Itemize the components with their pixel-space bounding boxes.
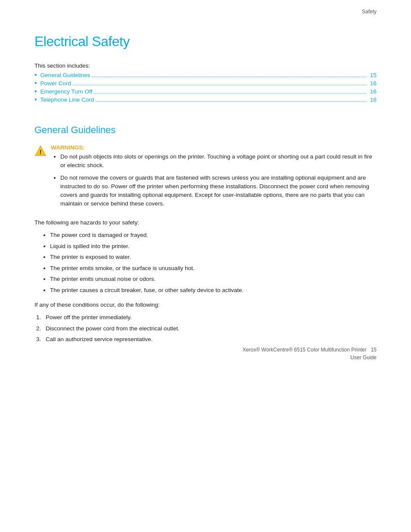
list-number: 3. <box>34 335 46 344</box>
toc-dots <box>92 77 366 77</box>
toc-page: 16 <box>368 80 377 87</box>
list-item: 2.Disconnect the power cord from the ele… <box>34 324 377 333</box>
toc-page: 16 <box>368 96 377 103</box>
toc-label: Telephone Line Cord <box>40 96 94 103</box>
list-item: The printer emits smoke, or the surface … <box>50 264 377 273</box>
list-item: Liquid is spilled into the printer. <box>50 242 377 251</box>
list-text: Disconnect the power cord from the elect… <box>46 324 180 333</box>
toc-bullet: • <box>34 72 37 78</box>
toc-bullet: • <box>34 96 37 103</box>
toc-item: • Telephone Line Cord 16 <box>34 96 377 103</box>
toc-intro: This section includes: <box>34 62 377 69</box>
toc-link[interactable]: Telephone Line Cord 16 <box>40 96 377 103</box>
footer-product: Xerox® WorkCentre® 6515 Color Multifunct… <box>243 347 367 353</box>
footer: Xerox® WorkCentre® 6515 Color Multifunct… <box>243 346 377 361</box>
list-text: Power off the printer immediately. <box>46 313 132 322</box>
list-item: 3.Call an authorized service representat… <box>34 335 377 344</box>
svg-text:!: ! <box>40 149 42 156</box>
toc-page: 15 <box>368 72 377 78</box>
footer-page-number: 15 <box>371 346 377 354</box>
list-item: 1.Power off the printer immediately. <box>34 313 377 322</box>
toc-link[interactable]: Emergency Turn Off 16 <box>40 88 377 95</box>
header-section-label: Safety <box>362 9 377 15</box>
toc-item: • Emergency Turn Off 16 <box>34 88 377 95</box>
hazards-list: The power cord is damaged or frayed.Liqu… <box>34 230 377 295</box>
conditions-list: 1.Power off the printer immediately.2.Di… <box>34 313 377 344</box>
warning-list-item: Do not push objects into slots or openin… <box>60 152 377 170</box>
table-of-contents: • General Guidelines 15 • Power Cord 16 … <box>34 72 377 103</box>
list-number: 1. <box>34 313 46 322</box>
warning-list: Do not push objects into slots or openin… <box>51 152 377 208</box>
toc-label: Power Cord <box>40 80 71 87</box>
warning-label: WARNINGS: <box>51 144 85 151</box>
warning-triangle-icon: ! <box>34 145 47 157</box>
list-item: The power cord is damaged or frayed. <box>50 230 377 240</box>
warning-list-item: Do not remove the covers or guards that … <box>60 174 377 208</box>
page: Safety Electrical Safety This section in… <box>0 0 411 375</box>
toc-dots <box>96 101 366 102</box>
warning-content: WARNINGS: Do not push objects into slots… <box>51 144 377 212</box>
list-item: The printer causes a circuit breaker, fu… <box>50 286 377 295</box>
toc-item: • General Guidelines 15 <box>34 72 377 78</box>
hazards-intro: The following are hazards to your safety… <box>34 218 377 227</box>
warning-box: ! WARNINGS: Do not push objects into slo… <box>34 144 377 212</box>
section-heading-general-guidelines: General Guidelines <box>34 124 377 136</box>
footer-doc-type: User Guide <box>350 355 377 361</box>
toc-bullet: • <box>34 80 37 87</box>
toc-page: 16 <box>368 88 377 95</box>
toc-link[interactable]: General Guidelines 15 <box>40 72 377 78</box>
toc-dots <box>94 93 366 93</box>
conditions-intro: If any of these conditions occur, do the… <box>34 300 377 310</box>
list-number: 2. <box>34 324 46 333</box>
toc-item: • Power Cord 16 <box>34 80 377 87</box>
list-item: The printer emits unusual noise or odors… <box>50 274 377 284</box>
toc-dots <box>73 85 366 85</box>
toc-bullet: • <box>34 88 37 95</box>
list-item: The printer is exposed to water. <box>50 252 377 262</box>
toc-link[interactable]: Power Cord 16 <box>40 80 377 87</box>
toc-label: Emergency Turn Off <box>40 88 93 95</box>
toc-label: General Guidelines <box>40 72 90 78</box>
list-text: Call an authorized service representativ… <box>46 335 153 344</box>
page-title: Electrical Safety <box>34 34 377 50</box>
